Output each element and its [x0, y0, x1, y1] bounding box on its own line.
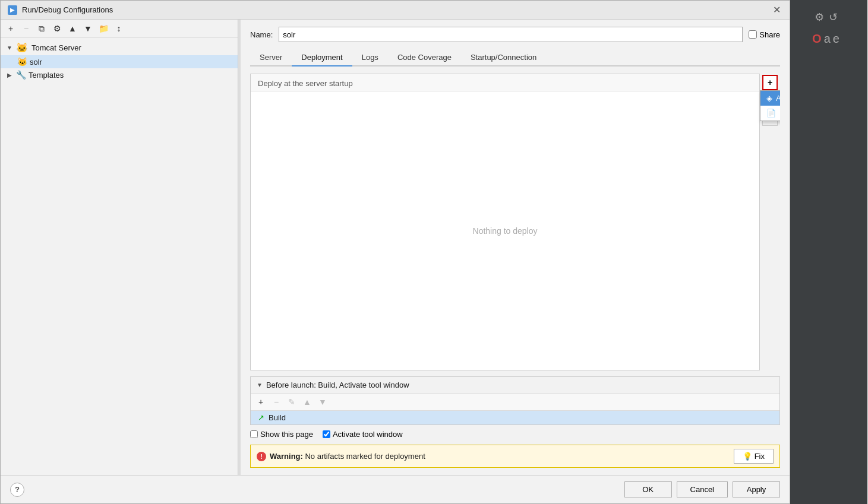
- templates-label: Templates: [29, 71, 64, 80]
- before-launch-arrow: ▼: [257, 382, 263, 388]
- warning-description: No artifacts marked for deployment: [305, 452, 425, 461]
- share-label: Share: [759, 30, 780, 39]
- before-launch-down-btn[interactable]: ▼: [316, 395, 329, 408]
- before-launch-toolbar: + − ✎ ▲ ▼: [251, 394, 779, 411]
- before-launch-add-btn[interactable]: +: [254, 395, 267, 408]
- before-launch-up-btn[interactable]: ▲: [301, 395, 314, 408]
- warning-text: Warning: No artifacts marked for deploym…: [270, 452, 425, 461]
- before-launch-label: Before launch: Build, Activate tool wind…: [266, 381, 409, 389]
- before-launch-header[interactable]: ▼ Before launch: Build, Activate tool wi…: [251, 377, 779, 394]
- tabs-bar: Server Deployment Logs Code Coverage Sta…: [250, 49, 780, 66]
- bottom-right-buttons: OK Cancel Apply: [624, 481, 780, 497]
- add-config-button[interactable]: +: [4, 22, 17, 35]
- settings-button[interactable]: ⚙: [50, 22, 64, 35]
- dialog-bottom: ? OK Cancel Apply: [1, 475, 790, 503]
- tab-server[interactable]: Server: [250, 49, 292, 65]
- build-icon: ↗: [257, 414, 265, 422]
- tree-item-solr[interactable]: 🐱 solr: [1, 55, 238, 68]
- name-input[interactable]: [279, 27, 743, 42]
- expand-arrow-templates: ▶: [5, 72, 14, 78]
- before-launch-section: ▼ Before launch: Build, Activate tool wi…: [250, 376, 780, 425]
- show-page-checkbox[interactable]: [250, 430, 258, 438]
- dialog-body: + − ⧉ ⚙ ▲ ▼ 📁 ↕ ▼ 🐱 Tomcat Server: [1, 20, 790, 475]
- warning-bold: Warning:: [270, 452, 303, 461]
- tab-startup-connection[interactable]: Startup/Connection: [461, 49, 546, 65]
- before-launch-list: ↗ Build: [251, 411, 779, 424]
- deploy-section: Deploy at the server startup Nothing to …: [250, 74, 760, 370]
- dialog-title-text: Run/Debug Configurations: [22, 5, 113, 14]
- dialog-title-icon: ▶: [8, 5, 17, 15]
- content-area: Deploy at the server startup Nothing to …: [250, 74, 780, 468]
- move-down-button[interactable]: ▼: [81, 22, 94, 35]
- right-panel: Name: Share Server Deployment Logs Code …: [241, 20, 790, 475]
- help-button[interactable]: ?: [10, 483, 24, 497]
- build-label: Build: [269, 413, 286, 422]
- ok-button[interactable]: OK: [624, 481, 672, 497]
- share-area: Share: [749, 30, 780, 39]
- artifact-icon: ◈: [766, 94, 772, 103]
- name-label: Name:: [250, 30, 273, 39]
- apply-button[interactable]: Apply: [733, 481, 780, 497]
- warning-icon: !: [257, 452, 266, 461]
- external-source-icon: 📄: [766, 109, 776, 118]
- folder-button[interactable]: 📁: [97, 22, 110, 35]
- external-source-label: External Source...: [779, 109, 780, 118]
- expand-arrow-tomcat: ▼: [5, 45, 14, 51]
- deploy-at-startup-label: Deploy at the server startup: [251, 74, 759, 92]
- copy-config-button[interactable]: ⧉: [35, 22, 48, 35]
- tab-code-coverage[interactable]: Code Coverage: [388, 49, 461, 65]
- activate-tool-window-checkbox[interactable]: [323, 430, 330, 438]
- wrench-icon: 🔧: [16, 70, 26, 80]
- remove-config-button[interactable]: −: [20, 22, 33, 35]
- tomcat-server-label: Tomcat Server: [31, 43, 81, 52]
- dropdown-item-artifact[interactable]: ◈ Artifact...: [760, 91, 780, 106]
- fix-button[interactable]: 💡 Fix: [734, 449, 774, 464]
- left-panel: + − ⧉ ⚙ ▲ ▼ 📁 ↕ ▼ 🐱 Tomcat Server: [1, 20, 238, 475]
- solr-icon: 🐱: [17, 57, 27, 66]
- add-deployment-button[interactable]: +: [762, 75, 778, 90]
- solr-label: solr: [30, 58, 42, 66]
- left-toolbar: + − ⧉ ⚙ ▲ ▼ 📁 ↕: [1, 20, 238, 38]
- warning-content: ! Warning: No artifacts marked for deplo…: [257, 452, 425, 461]
- config-tree: ▼ 🐱 Tomcat Server 🐱 solr ▶ 🔧 Templates: [1, 38, 238, 475]
- show-page-label: Show this page: [260, 430, 313, 439]
- deploy-side-buttons: + ◈ Artifact... 📄 External Source...: [760, 74, 780, 370]
- activate-tool-window-checkbox-item: Activate tool window: [323, 430, 403, 439]
- activate-tool-window-label: Activate tool window: [333, 430, 403, 439]
- cancel-button[interactable]: Cancel: [677, 481, 728, 497]
- artifact-label: Artifact...: [776, 94, 780, 103]
- tab-logs[interactable]: Logs: [352, 49, 388, 65]
- warning-bar: ! Warning: No artifacts marked for deplo…: [250, 445, 780, 468]
- close-button[interactable]: ✕: [771, 4, 782, 16]
- sort-button[interactable]: ↕: [112, 22, 125, 35]
- before-launch-edit-btn[interactable]: ✎: [285, 395, 298, 408]
- before-launch-remove-btn[interactable]: −: [270, 395, 283, 408]
- name-row: Name: Share: [250, 27, 780, 42]
- deployment-dropdown: ◈ Artifact... 📄 External Source...: [760, 90, 780, 121]
- tab-deployment[interactable]: Deployment: [292, 49, 352, 66]
- deploy-empty-text: Nothing to deploy: [251, 92, 759, 370]
- fix-label: Fix: [755, 452, 765, 461]
- run-debug-dialog: ▶ Run/Debug Configurations ✕ + − ⧉ ⚙ ▲ ▼…: [0, 0, 790, 504]
- move-up-button[interactable]: ▲: [66, 22, 79, 35]
- dialog-titlebar: ▶ Run/Debug Configurations ✕: [1, 1, 790, 20]
- share-checkbox[interactable]: [749, 30, 757, 39]
- ide-background-icons: ⚙ ↺: [810, 6, 842, 28]
- fix-icon: 💡: [743, 452, 752, 461]
- dropdown-item-external-source[interactable]: 📄 External Source...: [760, 106, 780, 121]
- tree-item-templates[interactable]: ▶ 🔧 Templates: [1, 68, 238, 81]
- checkboxes-row: Show this page Activate tool window: [250, 425, 780, 441]
- show-page-checkbox-item: Show this page: [250, 430, 313, 439]
- deploy-wrapper: Deploy at the server startup Nothing to …: [250, 74, 780, 370]
- tomcat-icon: 🐱: [16, 42, 28, 53]
- tree-item-tomcat-server[interactable]: ▼ 🐱 Tomcat Server: [1, 40, 238, 55]
- before-launch-build-item: ↗ Build: [251, 411, 779, 424]
